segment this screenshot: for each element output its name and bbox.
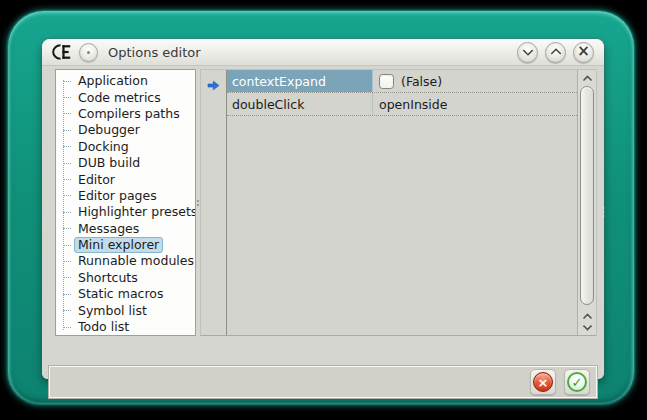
accept-button[interactable]: ✓ — [564, 369, 590, 395]
sidebar-item-application[interactable]: Application — [56, 73, 195, 89]
property-grid[interactable]: contextExpand (False) doubleClick openIn… — [200, 69, 597, 336]
selected-row-arrow-icon — [207, 76, 220, 95]
scrollbar-thumb[interactable] — [580, 86, 594, 305]
sidebar-item-compilers-paths[interactable]: Compilers paths — [56, 106, 195, 122]
chevron-down-icon — [582, 321, 592, 331]
accept-check-icon: ✓ — [567, 372, 587, 392]
property-grid-gutter — [201, 70, 227, 335]
property-row-contextexpand[interactable]: contextExpand (False) — [227, 70, 577, 93]
sidebar-item-mini-explorer[interactable]: Mini explorer — [56, 237, 195, 253]
sidebar-item-docking[interactable]: Docking — [56, 139, 195, 155]
chevron-down-icon — [522, 45, 533, 56]
chevron-up-icon — [582, 75, 592, 85]
menu-dot-icon — [87, 51, 90, 54]
checkbox-state-label: (False) — [401, 74, 442, 89]
titlebar[interactable]: Options editor × — [42, 39, 604, 66]
options-editor-dialog: Options editor × Application Code — [42, 39, 604, 379]
sidebar-item-highlighter-presets[interactable]: Highlighter presets — [56, 204, 195, 220]
cancel-button[interactable]: × — [530, 369, 556, 395]
screenshot-stage: Options editor × Application Code — [0, 0, 647, 420]
coedit-app-icon — [52, 44, 72, 60]
main-area: Application Code metrics Compilers paths… — [42, 67, 604, 379]
cancel-cross-icon: × — [533, 372, 553, 392]
window-title: Options editor — [108, 45, 201, 60]
sidebar-item-todo-list[interactable]: Todo list — [56, 319, 195, 335]
property-value[interactable]: openInside — [373, 93, 577, 115]
vertical-scrollbar[interactable] — [577, 70, 596, 335]
chevron-up-icon — [550, 48, 561, 59]
sidebar-item-code-metrics[interactable]: Code metrics — [56, 89, 195, 105]
scrollbar-down-button[interactable] — [578, 321, 596, 334]
close-button[interactable]: × — [573, 42, 594, 63]
sidebar-item-editor-pages[interactable]: Editor pages — [56, 188, 195, 204]
contextexpand-checkbox[interactable] — [379, 74, 394, 89]
property-name[interactable]: doubleClick — [227, 93, 373, 115]
property-value-text: openInside — [379, 97, 447, 112]
sidebar-item-debugger[interactable]: Debugger — [56, 122, 195, 138]
sidebar-item-symbol-list[interactable]: Symbol list — [56, 302, 195, 318]
sidebar-item-messages[interactable]: Messages — [56, 221, 195, 237]
property-name[interactable]: contextExpand — [227, 70, 373, 92]
property-value[interactable]: (False) — [373, 70, 577, 92]
window-menu-button[interactable] — [79, 43, 98, 62]
property-row-doubleclick[interactable]: doubleClick openInside — [227, 93, 577, 116]
category-tree[interactable]: Application Code metrics Compilers paths… — [55, 69, 196, 336]
sidebar-item-runnable-modules[interactable]: Runnable modules — [56, 253, 195, 269]
sidebar-item-dub-build[interactable]: DUB build — [56, 155, 195, 171]
close-icon: × — [577, 44, 590, 59]
scrollbar-up-button[interactable] — [578, 72, 596, 85]
footer-bar: × ✓ — [49, 366, 597, 398]
sidebar-item-editor[interactable]: Editor — [56, 171, 195, 187]
maximize-button[interactable] — [545, 42, 566, 63]
minimize-button[interactable] — [517, 42, 538, 63]
property-rows: contextExpand (False) doubleClick openIn… — [227, 70, 577, 116]
window-frame: Options editor × Application Code — [8, 11, 634, 404]
sidebar-item-shortcuts[interactable]: Shortcuts — [56, 270, 195, 286]
sidebar-item-static-macros[interactable]: Static macros — [56, 286, 195, 302]
